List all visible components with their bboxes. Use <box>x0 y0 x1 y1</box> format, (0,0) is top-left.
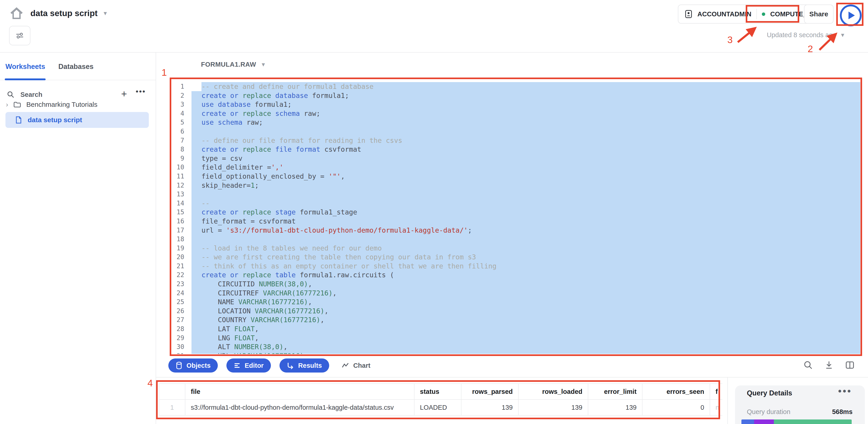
chart-tab[interactable]: Chart <box>341 362 370 369</box>
editor-lines-icon <box>234 362 241 369</box>
database-schema-selector[interactable]: FORMULA1.RAW ▼ <box>201 61 266 68</box>
code-line: create or replace file format csvformat <box>191 145 860 154</box>
search-input[interactable]: Search <box>7 91 42 98</box>
top-header: data setup script ▼ ACCOUNTADMIN <box>0 0 868 53</box>
page-title: data setup script <box>30 9 98 18</box>
active-tab-underline <box>5 78 45 80</box>
column-header[interactable]: errors_seen <box>643 384 710 399</box>
line-number: 4 <box>170 109 184 118</box>
run-button[interactable] <box>840 4 862 26</box>
column-header[interactable]: error_limit <box>588 384 643 399</box>
duration-segment <box>754 420 774 424</box>
table-cell[interactable]: n <box>710 400 722 415</box>
line-number: 9 <box>170 154 184 163</box>
context-selector[interactable]: ACCOUNTADMIN COMPUTE_WH <box>678 4 825 24</box>
line-number: 28 <box>170 324 184 333</box>
results-button[interactable]: Results <box>279 358 329 372</box>
tab-worksheets[interactable]: Worksheets <box>5 63 45 71</box>
line-number: 13 <box>170 190 184 199</box>
snowsight-worksheet-app: data setup script ▼ ACCOUNTADMIN <box>0 0 868 424</box>
share-label: Share <box>809 10 828 18</box>
query-duration-label: Query duration <box>747 408 790 416</box>
code-line: -- we are first creating the table then … <box>191 253 860 262</box>
code-line: -- define our file format for reading in… <box>191 136 860 145</box>
code-line: create or replace database formula1; <box>191 91 860 100</box>
table-cell[interactable]: 139 <box>519 400 588 415</box>
line-number: 8 <box>170 145 184 154</box>
search-results-icon[interactable] <box>803 360 813 370</box>
line-number: 16 <box>170 217 184 226</box>
updated-text: Updated 8 seconds ago <box>767 31 836 39</box>
table-cell[interactable]: 139 <box>588 400 643 415</box>
table-cell[interactable]: LOADED <box>414 400 461 415</box>
row-number: 1 <box>159 400 185 415</box>
line-number: 27 <box>170 316 184 324</box>
line-number: 11 <box>170 172 184 181</box>
column-header[interactable]: status <box>414 384 461 399</box>
download-icon[interactable] <box>824 360 834 370</box>
column-header[interactable]: rows_loaded <box>519 384 588 399</box>
results-label: Results <box>298 362 322 369</box>
home-icon[interactable] <box>9 7 24 20</box>
table-cell[interactable]: 0 <box>643 400 710 415</box>
worksheet-settings-button[interactable] <box>9 26 30 45</box>
line-number: 29 <box>170 333 184 343</box>
line-number: 6 <box>170 127 184 136</box>
updated-status-menu[interactable]: Updated 8 seconds ago ▼ <box>767 31 845 39</box>
role-badge-icon <box>685 9 692 19</box>
worksheet-title-menu[interactable]: data setup script ▼ <box>30 9 108 18</box>
code-line: use schema raw; <box>191 118 860 127</box>
line-number: 22 <box>170 270 184 280</box>
code-line <box>191 190 860 199</box>
line-number: 31 <box>170 352 184 354</box>
objects-button[interactable]: Objects <box>168 358 218 372</box>
left-sidebar: Worksheets Databases Search + ••• › Benc… <box>0 53 156 424</box>
search-placeholder: Search <box>21 91 42 98</box>
query-details-menu[interactable]: ••• <box>838 386 852 397</box>
chevron-down-icon: ▼ <box>840 32 845 38</box>
line-number: 17 <box>170 226 184 235</box>
new-worksheet-button[interactable]: + <box>121 89 127 99</box>
share-button[interactable]: Share <box>804 4 834 24</box>
code-line: NAME VARCHAR(16777216), <box>191 297 860 306</box>
panel-toolbar: Objects Editor Results <box>168 358 370 372</box>
editor-button[interactable]: Editor <box>226 358 271 372</box>
sidebar-item-worksheet-selected[interactable]: data setup script <box>5 112 149 128</box>
column-header[interactable]: file <box>185 384 414 399</box>
code-line: field_delimiter =',' <box>191 163 860 172</box>
line-number: 10 <box>170 163 184 172</box>
line-number: 12 <box>170 181 184 190</box>
annotation-label-1: 1 <box>161 67 167 78</box>
line-number: 26 <box>170 306 184 316</box>
sql-editor[interactable]: -- create and define our formula1 databa… <box>191 82 860 354</box>
column-header[interactable]: f <box>710 384 722 399</box>
sidebar-more-button[interactable]: ••• <box>136 87 146 96</box>
toolbar-divider <box>156 377 868 378</box>
tab-databases[interactable]: Databases <box>58 63 93 71</box>
pill-divider <box>756 9 757 19</box>
line-number: 5 <box>170 118 184 127</box>
table-cell[interactable]: 139 <box>461 400 519 415</box>
code-line: -- create and define our formula1 databa… <box>191 82 860 91</box>
code-line: url = 's3://formula1-dbt-cloud-python-de… <box>191 226 860 235</box>
role-label: ACCOUNTADMIN <box>698 10 751 18</box>
column-header[interactable]: rows_parsed <box>461 384 519 399</box>
line-number: 23 <box>170 280 184 289</box>
chevron-right-icon: › <box>6 101 8 108</box>
line-number: 20 <box>170 253 184 262</box>
query-duration-bar <box>741 420 852 424</box>
sidebar-item-folder[interactable]: › Benchmarking Tutorials <box>6 101 97 108</box>
code-line: LNG FLOAT, <box>191 333 860 343</box>
results-panel-divider <box>727 378 728 424</box>
code-line: URL VARCHAR(16777216), <box>191 352 860 354</box>
code-line <box>191 127 860 136</box>
worksheet-label: data setup script <box>28 116 82 124</box>
code-line: LAT FLOAT, <box>191 324 860 333</box>
split-view-icon[interactable] <box>845 360 855 370</box>
chart-label: Chart <box>353 362 370 369</box>
table-header-row: filestatusrows_parsedrows_loadederror_li… <box>159 384 722 400</box>
table-cell[interactable]: s3://formula1-dbt-cloud-python-demo/form… <box>185 400 414 415</box>
results-table[interactable]: filestatusrows_parsedrows_loadederror_li… <box>159 383 722 416</box>
folder-icon <box>13 101 21 108</box>
query-details-title: Query Details <box>747 389 792 397</box>
